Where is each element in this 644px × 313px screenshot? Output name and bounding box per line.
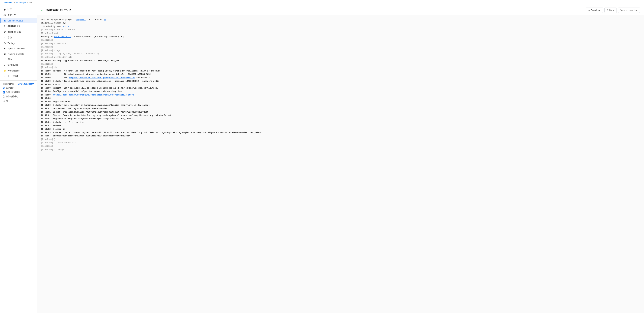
breadcrumb-dashboard[interactable]: Dashboard [3,1,12,4]
sidebar-label-pipeline-overview: Pipeline Overview [8,47,25,50]
breadcrumb-sep-2: > [27,1,28,4]
console-line: [Pipeline] { (Deploy ruoyi-ui to build-m… [41,52,640,56]
sidebar-item-params[interactable]: ≡ 参数 [0,35,37,41]
console-link[interactable]: https://docs.docker.com/engine/commandli… [53,94,134,96]
copy-button[interactable]: ⎘ Copy [604,8,617,13]
sidebar-label-pipeline-console: Pipeline Console [8,53,24,55]
sidebar-item-pipeline-overview[interactable]: ✦ Pipeline Overview [0,46,37,51]
console-line: Started by user admin [41,25,640,28]
sidebar-label-history: 变更历史 [8,14,16,17]
console-line: 10:59:02 + sleep 5s [41,128,640,131]
timings-icon: ◷ [3,42,6,45]
sidebar-label-prev-build: 上一次构建 [8,75,18,78]
console-icon: ▣ [3,19,6,22]
console-line: Running on build-maven3.6 in /home/jenki… [41,35,640,39]
browser-time-checkbox[interactable] [3,91,5,94]
header-actions: ⬇ Download ⎘ Copy View as plain text [586,8,640,13]
sidebar-item-replay[interactable]: ↺ 回放 [0,57,37,62]
console-line: [Pipeline] } [41,145,640,148]
sidebar-label-replay: 回放 [8,58,12,61]
console-line: 10:58:59 Warning: A secret was passed to… [41,69,640,73]
console-link[interactable]: admin [63,25,69,28]
sidebar-item-status[interactable]: ◉ 状态 [0,7,37,12]
console-link[interactable]: build-maven3.6 [54,36,71,38]
timestamps-chevron-icon: ▾ [33,83,34,85]
console-line: 10:59:00 Login Succeeded [41,100,640,103]
sidebar-label-console: Console Output [8,20,23,22]
main-content: ✓ Console Output ⬇ Download ⎘ Copy View … [37,5,644,313]
sidebar-label-timings: Timings [8,42,15,45]
download-button[interactable]: ⬇ Download [586,8,603,13]
sidebar-item-console[interactable]: ▣ Console Output [0,18,37,23]
console-line: 10:59:01 Digest: sha256:d1da7b1191d47f20… [41,110,640,114]
timestamp-elapsed[interactable]: 执行消耗时间 [3,95,34,98]
timestamps-plain-text-link[interactable]: 以纯文本形式查看 ▾ [18,83,34,85]
sidebar: ◉ 状态 </> 变更历史 ▣ Console Output ✎ 编辑构建信息 … [0,5,37,313]
console-line: 10:59:00 WARNING! Your password will be … [41,86,640,90]
console-line: 10:59:01 Status: Image is up to date for… [41,114,640,117]
console-output: Started by upstream project "ruoyi-ui" b… [37,15,644,313]
pipeline-overview-icon: ✦ [3,47,6,50]
system-time-label: 系统时间 [6,87,14,90]
console-line: 10:59:00 Configure a credential helper t… [41,90,640,93]
sidebar-item-workspaces[interactable]: 📁 Workspaces [0,68,37,73]
timestamps-header: Timestamps 以纯文本形式查看 ▾ [3,83,34,85]
sidebar-label-pipeline-steps: 流水线步骤 [8,64,18,67]
console-line: 10:59:00 + docker pull registry.cn-hangz… [41,104,640,107]
sidebar-item-pipeline-steps[interactable]: ≡ 流水线步骤 [0,62,37,68]
timestamps-link-label: 以纯文本形式查看 [18,83,33,85]
browser-time-label: 使用浏览器时区 [6,91,20,94]
breadcrumb-deploy-app[interactable]: deploy-app [16,1,26,4]
steps-icon: ≡ [3,64,6,67]
console-link[interactable]: ruoyi-ui [76,19,86,21]
sidebar-item-pipeline-console[interactable]: ▣ Pipeline Console [0,51,37,57]
sidebar-item-prev-build[interactable]: ← 上一次构建 [0,73,37,79]
console-line: [Pipeline] Start of Pipeline [41,28,640,32]
sidebar-label-workspaces: Workspaces [8,70,20,72]
console-line: [Pipeline] // stage [41,148,640,151]
plain-text-label: View as plain text [620,9,638,12]
history-icon: </> [3,14,6,17]
sidebar-label-status: 状态 [8,8,12,11]
console-line: 10:59:01 dev_latest: Pulling from tanqid… [41,107,640,110]
sidebar-label-build-info: 编辑构建信息 [8,25,21,28]
console-line: [Pipeline] { [41,39,640,42]
sidebar-item-history[interactable]: </> 变更历史 [0,12,37,18]
download-icon: ⬇ [588,9,590,12]
console-line: 10:59:00 [41,97,640,100]
sidebar-item-delete[interactable]: 🗑 删除构建 '#28' [0,29,37,35]
sidebar-item-timings[interactable]: ◷ Timings [0,41,37,46]
console-line: 10:58:59 Affected argument(s) used the f… [41,73,640,76]
success-icon: ✓ [41,8,44,13]
console-link[interactable]: 22 [104,19,106,21]
console-line: originally caused by: [41,21,640,25]
copy-label: Copy [609,9,614,12]
timestamp-browser-time[interactable]: 使用浏览器时区 [3,91,34,94]
elapsed-label: 执行消耗时间 [6,95,18,98]
console-line: 10:59:03 + docker run -d --name ruoyi-ui… [41,131,640,134]
content-header: ✓ Console Output ⬇ Download ⎘ Copy View … [37,5,644,15]
sidebar-label-params: 参数 [8,36,12,39]
status-icon: ◉ [3,8,6,11]
pipeline-console-icon: ▣ [3,53,6,55]
elapsed-radio[interactable] [3,96,5,98]
system-time-radio[interactable] [3,87,5,89]
console-link[interactable]: https://jenkins.io/redirect/groovy-strin… [69,77,135,79]
console-line: 10:59:00 + echo **** [41,83,640,86]
sidebar-item-build-info[interactable]: ✎ 编辑构建信息 [0,23,37,29]
breadcrumb: Dashboard > deploy-app > #28 [0,0,644,5]
content-title: ✓ Console Output [41,8,71,13]
console-line: [Pipeline] sh [41,66,640,69]
none-label: 无 [6,99,8,102]
prev-build-icon: ← [3,75,6,78]
none-radio[interactable] [3,100,5,102]
console-line: [Pipeline] { [41,45,640,49]
console-line: 10:59:01 registry.cn-hangzhou.aliyuncs.c… [41,117,640,121]
edit-icon: ✎ [3,25,6,28]
console-line: [Pipeline] { [41,63,640,66]
console-line: 10:58:59 See https://jenkins.io/redirect… [41,76,640,80]
timestamp-none[interactable]: 无 [3,99,34,102]
timestamp-system-time[interactable]: 系统时间 [3,87,34,90]
plain-text-button[interactable]: View as plain text [618,8,640,13]
console-line: Started by upstream project "ruoyi-ui" b… [41,18,640,21]
